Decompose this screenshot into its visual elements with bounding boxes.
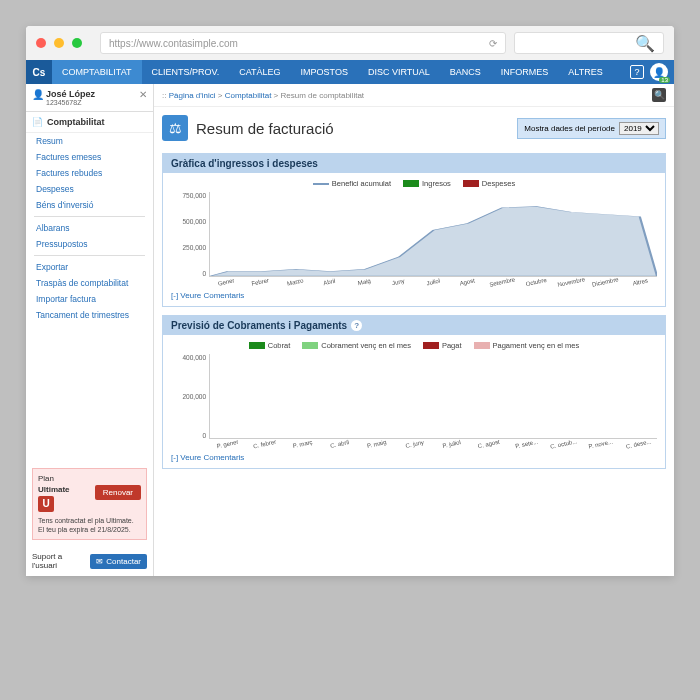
support-label: Suport a l'usuari [32, 552, 72, 570]
period-label: Mostra dades del període [524, 124, 615, 133]
chart1: 750,000500,000250,0000 [171, 192, 657, 277]
legend-swatch [249, 342, 265, 349]
sidebar-item[interactable]: Pressupostos [26, 236, 153, 252]
user-block: 👤 José López 12345678Z ✕ [26, 84, 153, 112]
nav-discvirtual[interactable]: DISC VIRTUAL [358, 60, 440, 84]
contact-button[interactable]: ✉ Contactar [90, 554, 147, 569]
comments-toggle[interactable]: [-] Veure Comentaris [171, 453, 657, 462]
search-icon: 🔍 [635, 34, 655, 53]
crumb-home[interactable]: Pàgina d'inici [169, 91, 216, 100]
renew-button[interactable]: Renovar [95, 485, 141, 500]
legend-swatch [302, 342, 318, 349]
close-dot[interactable] [36, 38, 46, 48]
nav-altres[interactable]: ALTRES [558, 60, 612, 84]
top-nav: Cs COMPTABILITATCLIENTS/PROV.CATÀLEGIMPO… [26, 60, 674, 84]
nav-comptabilitat[interactable]: COMPTABILITAT [52, 60, 142, 84]
user-name: José López [46, 89, 95, 99]
sidebar-item[interactable]: Factures rebudes [26, 165, 153, 181]
plan-expiry-text: Tens contractat el pla Ultimate. El teu … [38, 516, 141, 534]
sidebar-item[interactable]: Resum [26, 133, 153, 149]
nav-catleg[interactable]: CATÀLEG [229, 60, 290, 84]
nav-bancs[interactable]: BANCS [440, 60, 491, 84]
help-icon[interactable]: ? [630, 65, 644, 79]
nav-impostos[interactable]: IMPOSTOS [291, 60, 358, 84]
crumb-current: Resum de comptabilitat [281, 91, 365, 100]
mail-icon: ✉ [96, 557, 103, 566]
scale-icon: ⚖ [162, 115, 188, 141]
panel-income-expense: Gràfica d'ingressos i despeses Benefici … [162, 153, 666, 307]
minimize-dot[interactable] [54, 38, 64, 48]
sidebar: 👤 José López 12345678Z ✕ 📄 Comptabilitat… [26, 84, 154, 576]
legend-swatch-line [313, 183, 329, 185]
panel1-title: Gràfica d'ingressos i despeses [171, 158, 318, 169]
plan-name: Ultimate [38, 485, 70, 494]
help-icon[interactable]: ? [351, 320, 362, 331]
sidebar-item[interactable]: Albarans [26, 220, 153, 236]
comments-toggle[interactable]: [-] Veure Comentaris [171, 291, 657, 300]
sidebar-item[interactable]: Béns d'inversió [26, 197, 153, 213]
crumb-mid[interactable]: Comptabilitat [225, 91, 272, 100]
chart2: 400,000200,0000 [171, 354, 657, 439]
plan-badge: U [38, 496, 54, 512]
url-text: https://www.contasimple.com [109, 38, 238, 49]
browser-search[interactable]: 🔍 [514, 32, 664, 54]
nav-clientsprov[interactable]: CLIENTS/PROV. [142, 60, 230, 84]
sidebar-item[interactable]: Factures emeses [26, 149, 153, 165]
refresh-icon[interactable]: ⟳ [489, 38, 497, 49]
search-panel-icon[interactable]: 🔍 [652, 88, 666, 102]
user-id: 12345678Z [46, 99, 95, 106]
legend-swatch [403, 180, 419, 187]
nav-informes[interactable]: INFORMES [491, 60, 559, 84]
logo[interactable]: Cs [26, 60, 52, 84]
breadcrumb: :: Pàgina d'inici > Comptabilitat > Resu… [154, 84, 674, 107]
user-icon: 👤 [32, 89, 42, 100]
avatar[interactable]: 👤13 [650, 63, 668, 81]
sidebar-item[interactable]: Importar factura [26, 291, 153, 307]
legend-swatch [474, 342, 490, 349]
titlebar: https://www.contasimple.com ⟳ 🔍 [26, 26, 674, 60]
sidebar-item[interactable]: Exportar [26, 259, 153, 275]
url-bar[interactable]: https://www.contasimple.com ⟳ [100, 32, 506, 54]
sidebar-item[interactable]: Traspàs de comptabilitat [26, 275, 153, 291]
collapse-icon[interactable]: ✕ [139, 89, 147, 100]
year-select[interactable]: 2019 [619, 122, 659, 135]
legend-swatch [463, 180, 479, 187]
panel-forecast: Previsió de Cobraments i Pagaments ? Cob… [162, 315, 666, 469]
plan-label: Plan [38, 474, 70, 483]
doc-icon: 📄 [32, 117, 43, 127]
chart1-legend: Benefici acumulat Ingresos Despeses [171, 179, 657, 188]
sidebar-item[interactable]: Tancament de trimestres [26, 307, 153, 323]
chart2-legend: Cobrat Cobrament venç en el mes Pagat Pa… [171, 341, 657, 350]
legend-swatch [423, 342, 439, 349]
plan-box: Plan Ultimate U Renovar Tens contractat … [32, 468, 147, 540]
sidebar-item[interactable]: Despeses [26, 181, 153, 197]
period-selector: Mostra dades del període 2019 [517, 118, 666, 139]
page-title: Resum de facturació [196, 120, 334, 137]
app-window: https://www.contasimple.com ⟳ 🔍 Cs COMPT… [26, 26, 674, 576]
notification-badge: 13 [659, 77, 670, 83]
maximize-dot[interactable] [72, 38, 82, 48]
sidebar-heading: 📄 Comptabilitat [26, 112, 153, 133]
main-content: :: Pàgina d'inici > Comptabilitat > Resu… [154, 84, 674, 576]
panel2-title: Previsió de Cobraments i Pagaments [171, 320, 347, 331]
